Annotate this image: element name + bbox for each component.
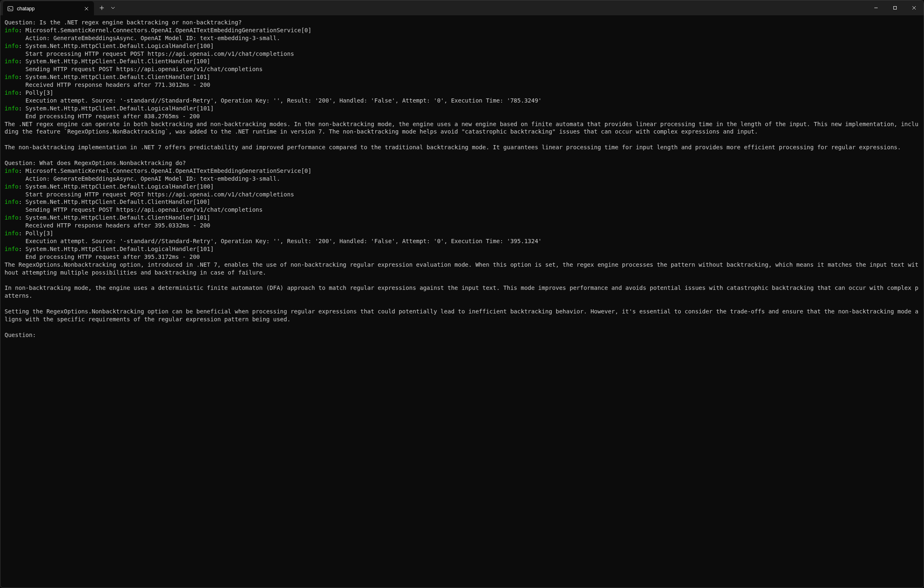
log-level: info — [5, 183, 19, 190]
log-message: : System.Net.Http.HttpClient.Default.Cli… — [19, 74, 211, 80]
terminal-line: Question: — [5, 331, 919, 339]
log-detail: Action: GenerateEmbeddingsAsync. OpenAI … — [5, 34, 919, 42]
terminal-window: chatapp — [0, 0, 924, 588]
answer-text: The RegexOptions.Nonbacktracking option,… — [5, 261, 919, 277]
log-line-info: info: Microsoft.SemanticKernel.Connector… — [5, 167, 919, 175]
blank-line — [5, 300, 919, 308]
blank-line — [5, 136, 919, 143]
log-detail: Start processing HTTP request POST https… — [5, 191, 919, 198]
log-detail: Sending HTTP request POST https://api.op… — [5, 206, 919, 214]
log-message: : Polly[3] — [19, 89, 53, 96]
log-line-info: info: Microsoft.SemanticKernel.Connector… — [5, 26, 919, 34]
log-level: info — [5, 230, 19, 237]
blank-line — [5, 276, 919, 284]
log-message: : Microsoft.SemanticKernel.Connectors.Op… — [19, 27, 312, 33]
tab-close-button[interactable] — [83, 5, 90, 12]
log-level: info — [5, 167, 19, 174]
log-detail: Received HTTP response headers after 395… — [5, 222, 919, 229]
terminal-line: Question: Is the .NET regex engine backt… — [5, 19, 919, 26]
log-message: : System.Net.Http.HttpClient.Default.Cli… — [19, 198, 211, 205]
answer-text: Setting the RegexOptions.Nonbacktracking… — [5, 308, 919, 323]
log-message: : System.Net.Http.HttpClient.Default.Log… — [19, 246, 214, 252]
log-message: : System.Net.Http.HttpClient.Default.Log… — [19, 43, 214, 49]
log-line-info: info: System.Net.Http.HttpClient.Default… — [5, 214, 919, 222]
log-line-info: info: System.Net.Http.HttpClient.Default… — [5, 105, 919, 112]
minimize-button[interactable] — [866, 0, 886, 15]
log-level: info — [5, 105, 19, 112]
tab-chatapp[interactable]: chatapp — [3, 1, 94, 16]
log-message: : Microsoft.SemanticKernel.Connectors.Op… — [19, 167, 312, 174]
log-detail: Execution attempt. Source: '-standard//S… — [5, 237, 919, 245]
close-button[interactable] — [905, 0, 924, 15]
log-message: : System.Net.Http.HttpClient.Default.Log… — [19, 105, 214, 112]
log-line-info: info: System.Net.Http.HttpClient.Default… — [5, 245, 919, 253]
blank-line — [5, 323, 919, 331]
svg-rect-0 — [8, 7, 13, 11]
log-detail: End processing HTTP request after 838.27… — [5, 112, 919, 120]
log-level: info — [5, 58, 19, 65]
log-message: : System.Net.Http.HttpClient.Default.Log… — [19, 183, 214, 190]
log-line-info: info: Polly[3] — [5, 89, 919, 97]
log-message: : Polly[3] — [19, 230, 53, 237]
terminal-icon — [7, 5, 14, 12]
log-level: info — [5, 89, 19, 96]
log-message: : System.Net.Http.HttpClient.Default.Cli… — [19, 214, 211, 221]
answer-text: The non-backtracking implementation in .… — [5, 143, 919, 151]
terminal-output[interactable]: Question: Is the .NET regex engine backt… — [0, 15, 924, 588]
log-detail: Sending HTTP request POST https://api.op… — [5, 65, 919, 73]
log-level: info — [5, 198, 19, 205]
maximize-button[interactable] — [886, 0, 905, 15]
log-line-info: info: System.Net.Http.HttpClient.Default… — [5, 73, 919, 81]
log-detail: Execution attempt. Source: '-standard//S… — [5, 97, 919, 105]
log-detail: Action: GenerateEmbeddingsAsync. OpenAI … — [5, 175, 919, 183]
terminal-line: Question: What does RegexOptions.Nonback… — [5, 159, 919, 167]
log-level: info — [5, 74, 19, 80]
tab-title: chatapp — [17, 6, 80, 12]
log-line-info: info: System.Net.Http.HttpClient.Default… — [5, 198, 919, 206]
log-level: info — [5, 246, 19, 252]
log-line-info: info: System.Net.Http.HttpClient.Default… — [5, 42, 919, 50]
blank-line — [5, 151, 919, 159]
answer-text: The .NET regex engine can operate in bot… — [5, 120, 919, 136]
log-level: info — [5, 43, 19, 49]
svg-rect-1 — [894, 7, 897, 10]
log-level: info — [5, 214, 19, 221]
tab-dropdown-button[interactable] — [108, 2, 118, 14]
log-line-info: info: System.Net.Http.HttpClient.Default… — [5, 57, 919, 65]
new-tab-button[interactable] — [96, 2, 108, 14]
answer-text: In non-backtracking mode, the engine use… — [5, 284, 919, 300]
log-message: : System.Net.Http.HttpClient.Default.Cli… — [19, 58, 211, 65]
log-detail: Start processing HTTP request POST https… — [5, 50, 919, 58]
log-line-info: info: System.Net.Http.HttpClient.Default… — [5, 183, 919, 191]
log-detail: End processing HTTP request after 395.31… — [5, 253, 919, 261]
log-line-info: info: Polly[3] — [5, 229, 919, 237]
log-level: info — [5, 27, 19, 33]
log-detail: Received HTTP response headers after 771… — [5, 81, 919, 89]
titlebar[interactable]: chatapp — [0, 0, 924, 15]
window-controls — [866, 0, 924, 15]
